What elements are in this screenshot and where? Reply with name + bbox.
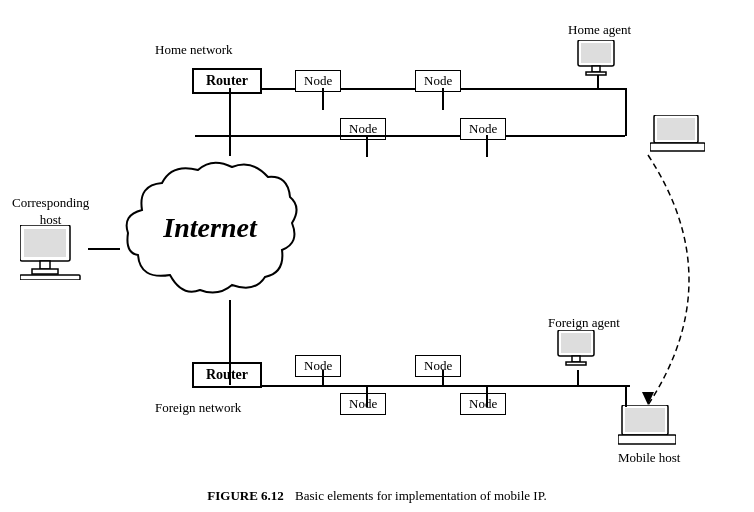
svg-rect-18: [618, 435, 676, 444]
foreign-agent-label: Foreign agent: [548, 315, 620, 331]
mobile-host-icon: [618, 405, 676, 453]
figure-caption: Basic elements for implementation of mob…: [295, 488, 547, 503]
home-agent-icon: [572, 40, 620, 89]
host-to-cloud-line: [88, 248, 120, 250]
node-row2-2: Node: [460, 118, 506, 140]
cloud-bottom-v: [229, 300, 231, 360]
svg-rect-5: [657, 118, 695, 140]
svg-rect-6: [650, 143, 705, 151]
corresponding-host-icon: [20, 225, 90, 284]
svg-rect-15: [566, 362, 586, 365]
bottom-router-v: [229, 360, 231, 385]
svg-rect-10: [32, 269, 58, 274]
internet-label: Internet: [163, 212, 256, 244]
corresponding-host-label: Correspondinghost: [12, 195, 89, 229]
svg-rect-1: [581, 43, 611, 63]
svg-rect-11: [20, 275, 80, 280]
node-top-1-v: [322, 88, 324, 110]
svg-marker-19: [642, 392, 654, 405]
node-bottom-row1-2: Node: [415, 355, 461, 377]
internet-cloud: Internet: [120, 155, 300, 300]
svg-rect-9: [40, 261, 50, 269]
node-row2-2-v: [486, 135, 488, 157]
svg-rect-3: [586, 72, 606, 75]
node-top-2: Node: [415, 70, 461, 92]
foreign-agent-v: [577, 370, 579, 385]
svg-rect-17: [625, 408, 665, 432]
svg-rect-2: [592, 66, 600, 72]
bottom-right-v: [625, 385, 627, 407]
svg-rect-14: [572, 356, 580, 362]
node-br1-2-v: [442, 370, 444, 385]
caption: FIGURE 6.12 Basic elements for implement…: [207, 488, 546, 504]
top-router-box: Router: [192, 68, 262, 94]
node-bottom-row2-2: Node: [460, 393, 506, 415]
node-br2-1-v: [366, 385, 368, 407]
node-bottom-row1-1: Node: [295, 355, 341, 377]
node-top-2-v: [442, 88, 444, 110]
node-bottom-row2-1: Node: [340, 393, 386, 415]
home-agent-v: [597, 75, 599, 90]
bottom-router-box: Router: [192, 362, 262, 388]
node-br2-2-v: [486, 385, 488, 407]
top-h-line2: [195, 135, 625, 137]
node-top-1: Node: [295, 70, 341, 92]
svg-rect-8: [24, 229, 66, 257]
node-row2-1-v: [366, 135, 368, 157]
foreign-network-label: Foreign network: [155, 400, 241, 416]
cloud-top-v: [229, 88, 231, 156]
svg-rect-13: [561, 333, 591, 353]
home-network-right-end-v: [625, 88, 627, 136]
node-br1-1-v: [322, 370, 324, 385]
home-network-label: Home network: [155, 42, 233, 58]
home-agent-label: Home agent: [568, 22, 631, 38]
foreign-agent-icon: [552, 330, 600, 379]
figure-label: FIGURE 6.12: [207, 488, 284, 503]
diagram: Home network Router Node Node Home agent…: [0, 0, 754, 480]
mobile-host-top-icon: [650, 115, 705, 161]
